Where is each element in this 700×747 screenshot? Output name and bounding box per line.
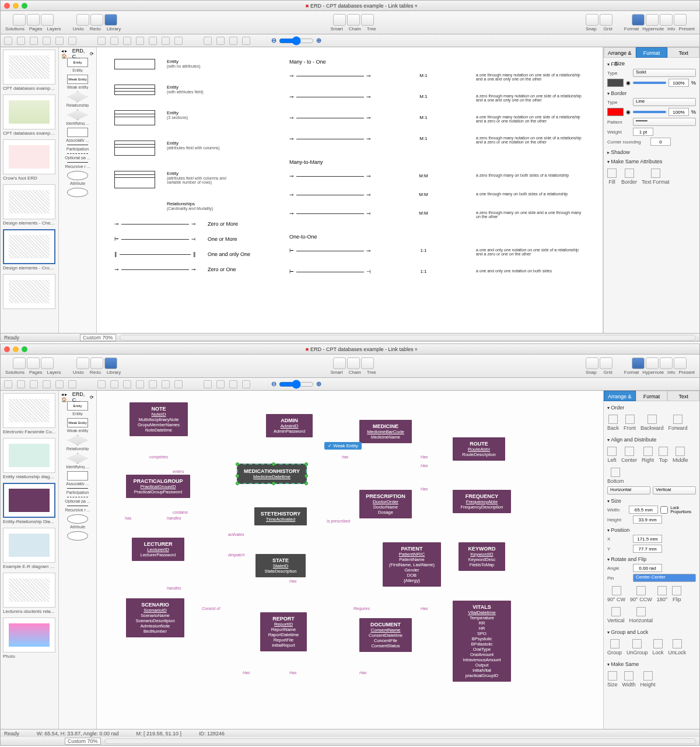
- pin-select[interactable]: Center-Center: [633, 574, 696, 582]
- rotate-cw-button[interactable]: 90° CW: [607, 586, 625, 602]
- page-thumb[interactable]: [3, 139, 55, 174]
- present-button[interactable]: [674, 14, 687, 26]
- fill-opacity-input[interactable]: [668, 79, 689, 87]
- undo-button[interactable]: [76, 14, 89, 26]
- unlock-button[interactable]: UnLock: [668, 639, 687, 655]
- redo-button[interactable]: [90, 357, 103, 369]
- width-input[interactable]: [629, 506, 658, 514]
- tab-format[interactable]: Format: [636, 391, 668, 401]
- lib-shape-attribute2[interactable]: [67, 188, 88, 197]
- lib-shape-associative[interactable]: [67, 471, 88, 481]
- entity-practicalgroup[interactable]: PRACTICALGROUPPracticalGroupIDPracticalG…: [126, 475, 190, 498]
- canvas[interactable]: completes enters has Has Has has handles…: [97, 391, 603, 729]
- lib-shape-identifying[interactable]: [67, 110, 88, 120]
- hypernote-button[interactable]: [646, 14, 659, 26]
- hypernote-button[interactable]: [646, 357, 659, 369]
- y-input[interactable]: [633, 545, 662, 553]
- tab-format[interactable]: Format: [636, 47, 668, 58]
- zoom-slider[interactable]: ⊖⊕: [271, 36, 321, 45]
- page-thumb[interactable]: [3, 393, 55, 428]
- lock-button[interactable]: Lock: [653, 639, 664, 655]
- border-opacity-input[interactable]: [668, 108, 689, 116]
- flip-v-button[interactable]: Vertical: [607, 607, 625, 623]
- page-thumb[interactable]: [3, 94, 55, 129]
- order-backward-button[interactable]: Backward: [640, 415, 664, 431]
- grid-button[interactable]: [600, 14, 612, 26]
- tool-icon[interactable]: [242, 37, 250, 45]
- chain-button[interactable]: [347, 14, 360, 26]
- tool-icon[interactable]: [30, 37, 38, 45]
- corner-input[interactable]: [650, 138, 671, 146]
- same-height-button[interactable]: Height: [640, 671, 656, 688]
- order-back-button[interactable]: Back: [607, 415, 619, 431]
- page-thumb[interactable]: [3, 573, 55, 608]
- minimize-icon[interactable]: [13, 346, 19, 352]
- align-center-button[interactable]: Center: [621, 447, 637, 463]
- entity-prescription[interactable]: PRESCRIPTIONDoctorOrderDoctorNameDosage: [359, 490, 412, 518]
- entity-frequency[interactable]: FREQUENCYFrequencyAbbrFrequencyDescripti…: [453, 490, 511, 513]
- tool-icon[interactable]: [204, 380, 212, 388]
- library-button[interactable]: [104, 357, 117, 369]
- tab-text[interactable]: Text: [667, 47, 699, 58]
- maximize-icon[interactable]: [22, 3, 27, 9]
- align-bottom-button[interactable]: Bottom: [607, 468, 624, 484]
- color-picker-icon[interactable]: ◉: [626, 109, 631, 115]
- layers-button[interactable]: [41, 14, 54, 26]
- zoom-select[interactable]: Custom 70%: [65, 738, 101, 745]
- tool-icon[interactable]: [174, 37, 183, 45]
- tool-icon[interactable]: [17, 380, 25, 388]
- lib-shape-attribute2[interactable]: [67, 531, 88, 541]
- page-thumb[interactable]: [3, 50, 55, 85]
- lib-shape-weak-entity[interactable]: Weak Entity: [67, 75, 88, 84]
- tool-icon[interactable]: [17, 37, 25, 45]
- lib-shape-recursive[interactable]: [67, 162, 88, 163]
- border-type-select[interactable]: Line: [633, 98, 696, 106]
- align-right-button[interactable]: Right: [642, 447, 654, 463]
- page-thumb[interactable]: [3, 438, 55, 473]
- lib-breadcrumb[interactable]: ◂ ▸ 🏠 ERD, C... ⟳: [61, 50, 94, 58]
- lib-breadcrumb[interactable]: ◂ ▸ 🏠 ERD, C... ⟳: [61, 393, 94, 401]
- entity-keyword[interactable]: KEYWORDKeywordIDKeywordDescFieldsToMap: [459, 542, 505, 571]
- align-top-button[interactable]: Top: [659, 447, 668, 463]
- angle-input[interactable]: [633, 564, 662, 572]
- horizontal-scrollbar[interactable]: [120, 335, 696, 341]
- zoom-select[interactable]: Custom 70%: [80, 334, 116, 341]
- group-button[interactable]: Group: [607, 639, 622, 655]
- tool-icon[interactable]: [216, 37, 225, 45]
- lib-shape-attribute[interactable]: [67, 514, 88, 524]
- x-input[interactable]: [633, 535, 662, 543]
- minimize-icon[interactable]: [13, 3, 19, 9]
- tool-icon[interactable]: [97, 37, 106, 45]
- format-button[interactable]: [632, 14, 645, 26]
- border-color-swatch[interactable]: [607, 108, 624, 116]
- same-width-button[interactable]: Width: [622, 671, 636, 688]
- tool-icon[interactable]: [68, 380, 76, 388]
- distribute-h-select[interactable]: Horizontal: [607, 486, 650, 495]
- lock-proportions-checkbox[interactable]: [660, 506, 668, 514]
- same-size-button[interactable]: Size: [607, 671, 618, 688]
- solutions-button[interactable]: [13, 14, 26, 26]
- entity-note[interactable]: NOTENoteIDMultidisciplinaryNoteGropuMemb…: [130, 402, 188, 436]
- color-picker-icon[interactable]: ◉: [626, 80, 631, 86]
- titlebar[interactable]: ■ ERD - CPT databases example - Link tab…: [1, 1, 699, 11]
- lib-shape-optional[interactable]: [67, 497, 88, 498]
- horizontal-scrollbar[interactable]: [104, 738, 696, 744]
- tool-icon[interactable]: [123, 37, 131, 45]
- tool-icon[interactable]: [242, 380, 250, 388]
- tool-icon[interactable]: [136, 380, 144, 388]
- lib-shape-associative[interactable]: [67, 128, 88, 137]
- tool-icon[interactable]: [55, 37, 64, 45]
- redo-button[interactable]: [90, 14, 103, 26]
- snap-button[interactable]: [586, 357, 598, 369]
- ungroup-button[interactable]: UnGroup: [626, 639, 648, 655]
- border-opacity-slider[interactable]: [633, 111, 666, 113]
- lib-shape-participation[interactable]: [67, 488, 88, 489]
- titlebar[interactable]: ■ ERD - CPT databases example - Link tab…: [1, 344, 699, 355]
- tool-icon[interactable]: [123, 380, 131, 388]
- close-icon[interactable]: [4, 3, 10, 9]
- entity-scenario[interactable]: SCENARIOScenarioIDScenarioNameScenarioDe…: [126, 598, 184, 637]
- canvas[interactable]: Entity(with no attributes) Entity(with a…: [97, 47, 603, 333]
- entity-admin[interactable]: ADMINAdminIDAdminPassword: [266, 414, 313, 437]
- smart-button[interactable]: [333, 14, 346, 26]
- tool-icon[interactable]: [149, 37, 157, 45]
